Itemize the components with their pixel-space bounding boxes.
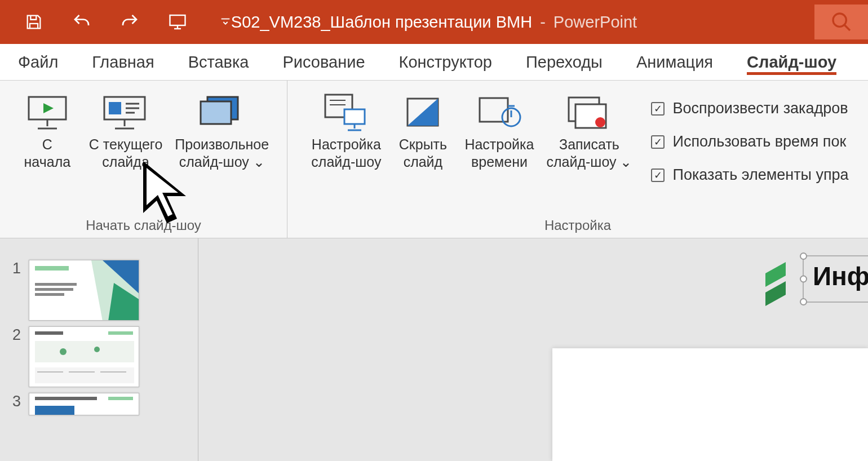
- thumb-number: 1: [12, 260, 21, 277]
- tab-transitions[interactable]: Переходы: [526, 50, 603, 75]
- tab-file[interactable]: Файл: [18, 50, 58, 75]
- slide-thumbnail-1[interactable]: [29, 260, 139, 321]
- tab-slideshow[interactable]: Слайд-шоу: [747, 50, 836, 75]
- slide-thumbnail-panel[interactable]: 1 2: [0, 238, 198, 461]
- check-timings-label: Использовать время пок: [672, 133, 846, 150]
- settings-checkboxes: ✓ Воспроизвести закадров ✓ Использовать …: [640, 88, 848, 215]
- tab-home[interactable]: Главная: [92, 50, 154, 75]
- check-timings[interactable]: ✓ Использовать время пок: [651, 133, 848, 150]
- slide-editor[interactable]: Инфографика: [198, 238, 868, 461]
- resize-handle-nw[interactable]: [800, 252, 807, 260]
- svg-point-43: [94, 347, 100, 352]
- svg-rect-32: [35, 283, 77, 286]
- document-name: S02_VM238_Шаблон презентации ВМН: [231, 13, 532, 31]
- workspace: 1 2: [0, 238, 868, 461]
- thumb-row-2[interactable]: 2: [0, 321, 198, 387]
- window-title: S02_VM238_Шаблон презентации ВМН - Power…: [231, 13, 637, 32]
- ribbon: С начала С текущего слайда: [0, 81, 868, 238]
- resize-handle-w[interactable]: [800, 276, 807, 283]
- thumb-number: 2: [12, 326, 21, 344]
- logo-shape: [765, 262, 800, 313]
- undo-button[interactable]: [70, 11, 93, 33]
- tab-draw[interactable]: Рисование: [282, 50, 365, 75]
- tab-design[interactable]: Конструктор: [399, 50, 492, 75]
- from-current-label: С текущего слайда: [89, 136, 162, 171]
- check-controls[interactable]: ✓ Показать элементы упра: [651, 166, 848, 184]
- slide-thumbnail-2[interactable]: [29, 326, 139, 387]
- check-narration-label: Воспроизвести закадров: [672, 100, 848, 117]
- from-beginning-label: С начала: [24, 136, 71, 171]
- title-separator: -: [540, 13, 550, 31]
- title-bar: S02_VM238_Шаблон презентации ВМН - Power…: [0, 0, 868, 44]
- svg-marker-22: [408, 99, 438, 126]
- tab-insert[interactable]: Вставка: [188, 50, 249, 75]
- rehearse-timings-label: Настройка времени: [464, 136, 534, 171]
- svg-marker-3: [43, 103, 54, 113]
- rehearse-timings-icon: [476, 88, 522, 136]
- group-start-label: Начать слайд-шоу: [86, 215, 201, 234]
- from-beginning-button[interactable]: С начала: [14, 88, 81, 215]
- start-slideshow-button[interactable]: [166, 11, 189, 33]
- save-button[interactable]: [23, 11, 45, 33]
- search-button[interactable]: [814, 5, 868, 39]
- svg-rect-41: [35, 341, 134, 362]
- quick-access-toolbar: [0, 11, 237, 33]
- svg-point-29: [595, 117, 605, 127]
- checkbox-icon: ✓: [651, 169, 665, 182]
- group-start-slideshow: С начала С текущего слайда: [0, 81, 287, 238]
- record-slideshow-icon: [564, 88, 614, 136]
- svg-rect-34: [35, 293, 64, 296]
- from-beginning-icon: [25, 88, 69, 136]
- setup-slideshow-label: Настройка слайд-шоу: [311, 136, 381, 171]
- setup-slideshow-icon: [322, 88, 370, 136]
- record-slideshow-label: Записать слайд-шоу ⌄: [546, 136, 632, 171]
- hide-slide-icon: [403, 88, 442, 136]
- svg-rect-51: [35, 406, 74, 415]
- group-settings: Настройка слайд-шоу Скрыть слайд: [287, 81, 868, 238]
- rehearse-timings-button[interactable]: Настройка времени: [460, 88, 538, 215]
- custom-slideshow-icon: [195, 88, 249, 136]
- svg-rect-14: [201, 101, 231, 124]
- hide-slide-button[interactable]: Скрыть слайд: [389, 88, 457, 215]
- checkbox-icon: ✓: [651, 135, 665, 149]
- custom-slideshow-label: Произвольное слайд-шоу ⌄: [175, 136, 269, 171]
- text-box-selection[interactable]: Инфографика: [803, 255, 868, 303]
- svg-rect-18: [344, 109, 365, 124]
- check-controls-label: Показать элементы упра: [672, 166, 848, 184]
- custom-slideshow-button[interactable]: Произвольное слайд-шоу ⌄: [170, 88, 273, 215]
- svg-point-1: [833, 14, 846, 26]
- redo-button[interactable]: [118, 11, 141, 33]
- svg-rect-7: [109, 102, 121, 114]
- tab-animations[interactable]: Анимация: [636, 50, 713, 75]
- thumb-row-1[interactable]: 1: [0, 254, 198, 321]
- setup-slideshow-button[interactable]: Настройка слайд-шоу: [307, 88, 386, 215]
- group-settings-label: Настройка: [544, 215, 611, 234]
- svg-rect-50: [108, 397, 133, 400]
- svg-rect-23: [480, 98, 508, 122]
- record-slideshow-button[interactable]: Записать слайд-шоу ⌄: [542, 88, 636, 215]
- app-name: PowerPoint: [553, 13, 637, 31]
- svg-rect-33: [35, 288, 73, 291]
- svg-rect-49: [35, 397, 97, 400]
- svg-rect-40: [108, 331, 133, 335]
- resize-handle-sw[interactable]: [800, 298, 807, 305]
- svg-rect-44: [35, 367, 134, 383]
- ribbon-tabs: Файл Главная Вставка Рисование Конструкт…: [0, 44, 868, 81]
- svg-point-42: [60, 348, 67, 355]
- thumb-number: 3: [12, 393, 21, 410]
- check-narration[interactable]: ✓ Воспроизвести закадров: [651, 100, 848, 117]
- svg-rect-0: [170, 15, 185, 25]
- from-current-button[interactable]: С текущего слайда: [85, 88, 167, 215]
- svg-rect-39: [35, 331, 63, 335]
- thumb-row-3[interactable]: 3: [0, 387, 198, 415]
- slide-thumbnail-3[interactable]: [29, 393, 139, 415]
- slide-canvas[interactable]: [552, 348, 868, 461]
- hide-slide-label: Скрыть слайд: [399, 136, 447, 171]
- from-current-icon: [101, 88, 150, 136]
- checkbox-icon: ✓: [651, 102, 665, 116]
- infographic-title[interactable]: Инфографика: [813, 261, 868, 291]
- svg-rect-31: [35, 266, 69, 271]
